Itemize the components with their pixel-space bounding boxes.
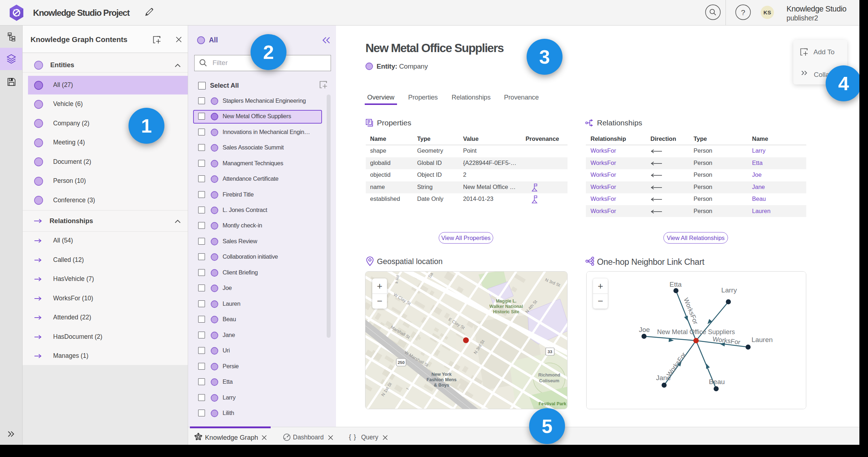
svg-text:New York: New York: [431, 372, 452, 377]
svg-text:New Metal Office Suppliers: New Metal Office Suppliers: [657, 328, 735, 336]
svg-text:Fashion Mens: Fashion Mens: [426, 377, 456, 382]
svg-text:Maggie L.: Maggie L.: [496, 299, 517, 304]
svg-text:Walker National: Walker National: [489, 304, 523, 309]
svg-text:Etta: Etta: [669, 281, 682, 288]
svg-text:Festival Park: Festival Park: [538, 401, 566, 406]
svg-text:33: 33: [548, 350, 552, 354]
svg-text:& Boys: & Boys: [434, 383, 449, 388]
svg-text:Larry: Larry: [721, 286, 737, 294]
svg-text:Lauren: Lauren: [751, 336, 773, 343]
svg-text:Beau: Beau: [709, 378, 725, 386]
svg-text:Coliseum: Coliseum: [539, 378, 559, 383]
svg-text:Richmond: Richmond: [538, 373, 560, 378]
svg-text:Historic Site: Historic Site: [493, 309, 519, 314]
svg-text:250: 250: [398, 360, 405, 365]
svg-text:?: ?: [741, 8, 745, 17]
svg-text:Joe: Joe: [639, 326, 650, 333]
